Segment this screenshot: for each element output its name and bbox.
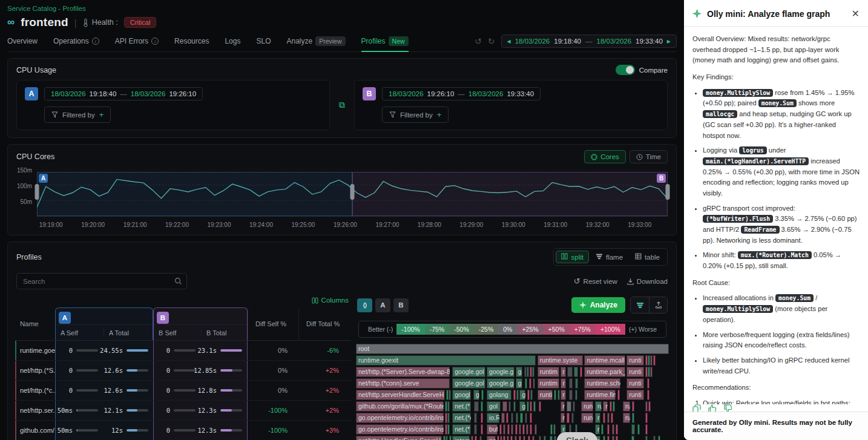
flame-block[interactable] xyxy=(539,436,541,440)
flame-block[interactable] xyxy=(471,436,473,440)
diff-view-button[interactable]: ⟨⟩ xyxy=(357,298,372,312)
flame-block[interactable]: net xyxy=(487,436,495,440)
flame-block[interactable] xyxy=(479,436,482,440)
col-b-total[interactable]: B Total xyxy=(201,329,248,337)
flame-block[interactable]: runti xyxy=(538,390,553,400)
flame-block[interactable] xyxy=(530,413,532,423)
flame-block[interactable] xyxy=(475,436,477,440)
col-a-self[interactable]: A Self xyxy=(56,329,104,337)
flame-block[interactable] xyxy=(580,367,582,377)
flame-block[interactable] xyxy=(530,390,533,400)
flame-block[interactable] xyxy=(612,424,614,435)
flame-block[interactable] xyxy=(507,424,510,435)
chevron-right-icon[interactable]: ▶ xyxy=(667,39,671,44)
flame-block[interactable] xyxy=(603,436,605,440)
split-view-button[interactable]: split xyxy=(556,251,588,263)
table-row[interactable]: net/http.(*c...012.6s012.8s0%+2% xyxy=(15,381,351,401)
flame-block[interactable] xyxy=(569,378,573,389)
flame-block[interactable]: google.g xyxy=(487,378,514,389)
flame-block[interactable] xyxy=(449,436,452,440)
table-row[interactable]: net/http.(*S...012.6s012.85s0%+2% xyxy=(15,361,351,381)
flame-block[interactable] xyxy=(532,436,534,440)
flame-block[interactable] xyxy=(529,378,531,389)
flame-block[interactable]: runtim xyxy=(538,378,559,389)
flame-block[interactable]: r xyxy=(595,424,600,435)
flame-block[interactable]: github.com/gorilla/mux.(*Router xyxy=(356,401,444,412)
flame-block[interactable] xyxy=(525,378,527,389)
flame-block[interactable] xyxy=(474,401,479,412)
filter-button-a[interactable]: Filtered by + xyxy=(44,107,111,123)
flame-block[interactable]: net/http.serverHandler.ServeH xyxy=(356,390,445,400)
flame-block[interactable] xyxy=(533,401,536,412)
flame-block[interactable]: r xyxy=(561,401,565,412)
flame-block[interactable] xyxy=(645,401,648,412)
col-diff-self[interactable]: Diff Self % xyxy=(248,307,298,340)
close-icon[interactable]: ✕ xyxy=(852,8,860,19)
table-row[interactable]: runtime.goe...024.55s023.1s0%-6% xyxy=(15,341,351,361)
selection-region-b[interactable]: B xyxy=(352,172,668,216)
flame-block[interactable] xyxy=(474,424,476,435)
flame-block[interactable] xyxy=(515,436,517,440)
reset-view-button[interactable]: ↺Reset view xyxy=(574,277,617,286)
flame-block[interactable] xyxy=(645,413,648,423)
cores-button[interactable]: Cores xyxy=(584,150,626,163)
view-b-button[interactable]: B xyxy=(393,298,409,312)
flame-block[interactable] xyxy=(653,436,656,440)
tab-analyze[interactable]: AnalyzePreview xyxy=(286,33,345,51)
tab-resources[interactable]: Resources xyxy=(174,33,209,51)
flame-block[interactable] xyxy=(571,413,574,423)
flame-block[interactable]: run xyxy=(581,413,593,423)
flame-block[interactable] xyxy=(507,436,509,440)
cpu-cores-chart[interactable]: A B xyxy=(37,169,668,217)
flame-block[interactable] xyxy=(653,355,656,366)
thumbs-down-icon[interactable] xyxy=(724,404,732,412)
flame-block[interactable] xyxy=(613,401,615,412)
flame-block[interactable] xyxy=(557,390,560,400)
tab-logs[interactable]: Logs xyxy=(225,33,240,51)
flame-block[interactable] xyxy=(527,401,529,412)
col-b-self[interactable]: B Self xyxy=(154,329,201,337)
flame-block[interactable] xyxy=(527,390,530,400)
flame-block[interactable] xyxy=(515,424,518,435)
flame-block[interactable] xyxy=(447,413,450,423)
flame-block[interactable] xyxy=(553,424,556,435)
flame-block[interactable] xyxy=(632,413,634,423)
flame-block[interactable] xyxy=(446,436,448,440)
flame-block[interactable] xyxy=(497,436,499,440)
flame-block[interactable] xyxy=(528,436,530,440)
flame-block[interactable]: google.gol xyxy=(452,367,485,377)
flame-block[interactable] xyxy=(648,355,650,366)
tab-operations[interactable]: Operationsi xyxy=(53,33,99,51)
flame-block[interactable] xyxy=(539,401,541,412)
flame-block[interactable] xyxy=(447,401,450,412)
flame-block[interactable] xyxy=(501,413,505,423)
flame-block[interactable] xyxy=(648,401,651,412)
flame-block[interactable] xyxy=(610,401,612,412)
flame-block[interactable] xyxy=(611,413,613,423)
flame-block[interactable]: r xyxy=(561,367,566,377)
flame-block[interactable] xyxy=(481,413,483,423)
flame-block[interactable] xyxy=(481,390,484,400)
flame-block[interactable]: intern xyxy=(452,436,469,440)
time-button[interactable]: Time xyxy=(630,150,668,163)
flame-block[interactable] xyxy=(645,424,648,435)
flame-block[interactable]: g xyxy=(519,390,525,400)
thumbs-up-icon[interactable] xyxy=(708,404,717,412)
flame-block[interactable]: buf xyxy=(487,424,498,435)
flame-block[interactable] xyxy=(647,378,649,389)
tab-slo[interactable]: SLO xyxy=(256,33,271,51)
flame-block[interactable] xyxy=(513,390,516,400)
flame-block[interactable] xyxy=(511,413,513,423)
flame-block[interactable] xyxy=(645,436,648,440)
breadcrumb[interactable]: Service Catalog - Profiles xyxy=(7,4,677,15)
col-name[interactable]: Name xyxy=(15,307,55,340)
flame-block[interactable] xyxy=(519,424,521,435)
flame-block[interactable]: net.(* xyxy=(452,401,471,412)
flame-block[interactable] xyxy=(554,436,556,440)
flame-block[interactable]: googl xyxy=(452,390,471,400)
flame-block[interactable] xyxy=(601,424,603,435)
undo-icon[interactable]: ↺ xyxy=(475,36,482,46)
flame-block[interactable] xyxy=(516,413,518,423)
flame-block[interactable]: r xyxy=(561,378,566,389)
flame-block[interactable] xyxy=(648,367,650,377)
